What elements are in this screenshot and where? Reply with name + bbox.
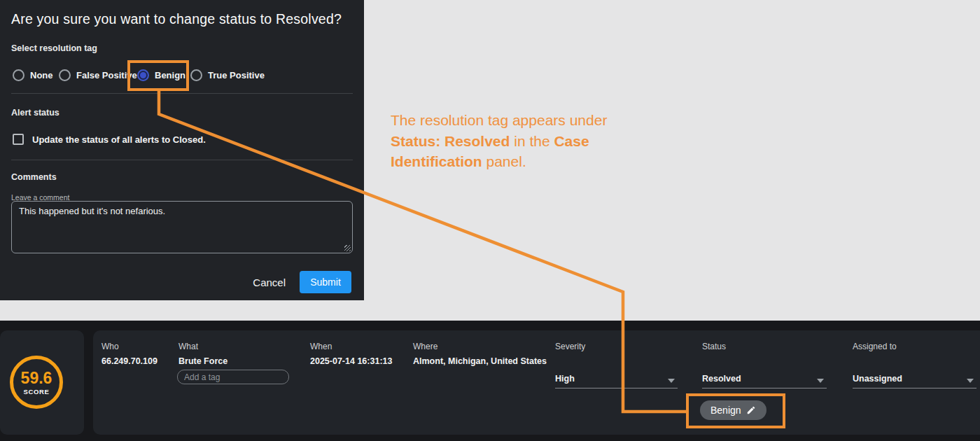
status-dropdown-value: Resolved (702, 374, 741, 384)
assigned-to-dropdown[interactable]: Unassigned (853, 373, 976, 388)
field-status-label: Status (702, 342, 726, 351)
dialog-actions: Cancel Submit (0, 271, 364, 293)
score-label: SCORE (24, 388, 50, 396)
change-status-dialog: Are you sure you want to change status t… (0, 0, 364, 300)
radio-option-label: None (30, 70, 53, 80)
resolution-tag-chip[interactable]: Benign (700, 400, 766, 420)
chevron-down-icon (817, 379, 824, 383)
alert-status-section-label: Alert status (11, 108, 59, 118)
dialog-title: Are you sure you want to change status t… (11, 11, 342, 27)
radio-option-benign[interactable]: Benign (137, 62, 186, 88)
field-where-value: Almont, Michigan, United States (413, 356, 547, 366)
resolution-tag-radio-group: None False Positive Benign True Positive (0, 62, 364, 88)
field-who-label: Who (102, 342, 119, 351)
submit-button[interactable]: Submit (300, 271, 351, 293)
pencil-icon[interactable] (746, 405, 756, 415)
field-what-value: Brute Force (178, 356, 227, 366)
cancel-button[interactable]: Cancel (253, 271, 286, 293)
divider (11, 93, 353, 94)
case-identification-panel: 59.6 SCORE Who 66.249.70.109 What Brute … (0, 321, 980, 441)
comments-section-label: Comments (11, 172, 57, 182)
radio-option-label: Benign (155, 70, 186, 80)
field-assigned-to-label: Assigned to (853, 342, 897, 351)
radio-option-none[interactable]: None (13, 62, 53, 88)
screenshot-stage: Are you sure you want to change status t… (0, 0, 980, 441)
field-severity-label: Severity (555, 342, 585, 351)
resolution-tag-chip-label: Benign (710, 405, 741, 416)
radio-circle-icon[interactable] (59, 69, 71, 81)
chevron-down-icon (967, 379, 974, 383)
score-value: 59.6 (21, 370, 52, 386)
assigned-to-dropdown-value: Unassigned (853, 374, 902, 384)
field-when-label: When (310, 342, 332, 351)
status-dropdown[interactable]: Resolved (702, 373, 827, 388)
radio-circle-icon[interactable] (13, 69, 24, 81)
field-who-value: 66.249.70.109 (102, 356, 158, 366)
comment-textarea[interactable]: This happened but it's not nefarious. (11, 201, 353, 253)
add-tag-input[interactable] (177, 370, 289, 384)
field-where-label: Where (413, 342, 438, 351)
chevron-down-icon (668, 379, 675, 383)
annotation-text: The resolution tag appears underStatus: … (391, 110, 664, 172)
radio-option-label: False Positive (76, 70, 137, 80)
field-what-label: What (178, 342, 198, 351)
checkbox-label: Update the status of all alerts to Close… (32, 134, 206, 145)
radio-option-true-positive[interactable]: True Positive (190, 62, 265, 88)
checkbox-icon[interactable] (13, 134, 24, 145)
resolution-tag-section-label: Select resolution tag (11, 43, 97, 53)
radio-option-label: True Positive (208, 70, 265, 80)
close-all-alerts-checkbox-row[interactable]: Update the status of all alerts to Close… (13, 134, 206, 145)
case-detail-card: Who 66.249.70.109 What Brute Force When … (93, 330, 980, 435)
radio-option-false-positive[interactable]: False Positive (59, 62, 137, 88)
field-when-value: 2025-07-14 16:31:13 (310, 356, 392, 366)
radio-circle-icon[interactable] (190, 69, 202, 81)
severity-dropdown[interactable]: High (555, 373, 678, 388)
divider (11, 160, 353, 160)
score-circle: 59.6 SCORE (10, 356, 63, 409)
radio-circle-selected-icon[interactable] (137, 69, 149, 81)
score-card: 59.6 SCORE (0, 330, 84, 435)
severity-dropdown-value: High (555, 374, 575, 384)
